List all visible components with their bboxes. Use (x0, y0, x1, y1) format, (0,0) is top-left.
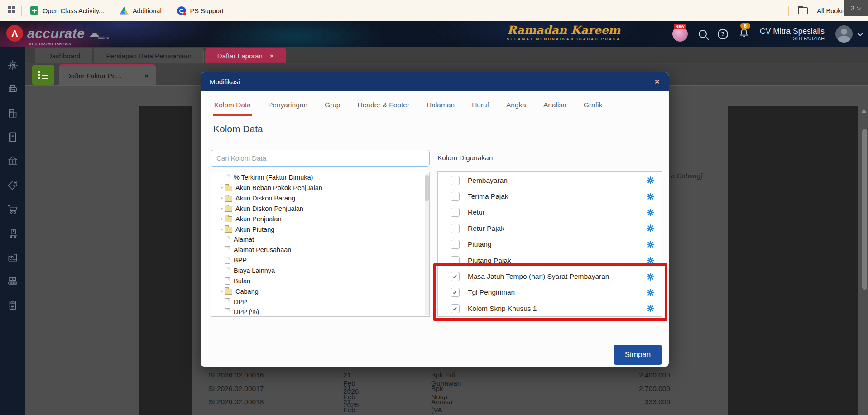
modal-tab-bar: Kolom DataPenyaringanGrupHeader & Footer… (209, 97, 661, 115)
user-avatar[interactable] (835, 25, 853, 43)
modal-tab-grafik[interactable]: Grafik (583, 97, 603, 115)
checkbox[interactable] (451, 176, 460, 185)
modal-tab-kolom-data[interactable]: Kolom Data (213, 97, 252, 116)
notifications-button[interactable]: 6 (739, 28, 749, 40)
gear-icon[interactable] (646, 192, 655, 201)
tree-item[interactable]: Alamat (211, 234, 429, 245)
search-input[interactable] (211, 150, 430, 167)
tree-item[interactable]: % Terkirim (Faktur Dimuka) (211, 172, 429, 183)
column-label: Pembayaran (468, 176, 508, 185)
used-column-row: ✓Tgl Pengiriman (438, 285, 662, 301)
bookmark-ps-support[interactable]: PS Support (177, 6, 224, 15)
modal-tab-huruf[interactable]: Huruf (471, 97, 490, 115)
save-button[interactable]: Simpan (614, 345, 662, 365)
checkbox[interactable] (451, 256, 460, 265)
scroll-up-arrow[interactable] (861, 109, 867, 113)
search-icon[interactable] (699, 30, 707, 38)
tab-counter-dropdown[interactable]: 3 (844, 0, 868, 16)
tree-item[interactable]: Cabang (211, 286, 429, 296)
used-column-row: Pembayaran (438, 172, 662, 188)
bell-icon (739, 28, 749, 38)
tree-item-label: DPP (234, 298, 247, 305)
checkbox[interactable]: ✓ (451, 272, 460, 281)
gear-icon[interactable] (646, 224, 655, 233)
sidebar-item-bank[interactable] (7, 155, 19, 167)
gear-icon[interactable] (646, 240, 655, 249)
sidebar-item-settings[interactable] (7, 59, 19, 71)
expand-icon[interactable] (221, 186, 223, 190)
help-icon[interactable]: ? (718, 29, 728, 39)
sidebar-item-factory[interactable] (7, 251, 19, 263)
tree-connector (216, 229, 219, 229)
promo-avatar[interactable]: NEW (672, 26, 688, 42)
apps-grid-icon[interactable] (8, 6, 11, 9)
tree-item[interactable]: DPP (%) (211, 307, 429, 317)
checkbox[interactable]: ✓ (451, 304, 460, 313)
tab-daftar-laporan[interactable]: Daftar Laporan × (205, 48, 286, 63)
tree-item[interactable]: Bulan (211, 276, 429, 286)
book-icon (7, 137, 19, 144)
sidebar-item-book[interactable] (7, 131, 19, 143)
checkbox[interactable] (451, 208, 460, 217)
sidebar-item-price-tag[interactable]: Rp (7, 179, 19, 191)
tree-item[interactable]: Alamat Perusahaan (211, 245, 429, 255)
accurate-logo[interactable]: Λ accurate ☁ online (6, 25, 109, 42)
search-column-field[interactable] (211, 150, 430, 167)
sidebar-item-conveyor[interactable] (7, 275, 19, 287)
expand-icon[interactable] (221, 217, 223, 221)
chevron-down-icon[interactable] (857, 30, 863, 36)
section-title: Kolom Data (213, 124, 263, 134)
gear-icon[interactable] (646, 256, 655, 265)
expand-icon[interactable] (221, 228, 223, 231)
report-list-button[interactable] (32, 65, 54, 85)
modal-tab-angka[interactable]: Angka (505, 97, 527, 115)
sidebar-item-tax-document[interactable]: TAX (7, 299, 19, 311)
modal-tab-penyaringan[interactable]: Penyaringan (267, 97, 308, 115)
modal-tab-header-footer[interactable]: Header & Footer (357, 97, 411, 115)
modal-tab-grup[interactable]: Grup (324, 97, 341, 115)
tree-item-label: Akun Beban Pokok Penjualan (235, 184, 322, 191)
gear-icon[interactable] (646, 208, 655, 217)
checkbox[interactable] (451, 224, 460, 233)
tree-item-label: Cabang (235, 288, 259, 295)
close-icon[interactable]: × (270, 52, 274, 60)
tree-item[interactable]: DPP (211, 296, 429, 307)
sidebar-item-cart[interactable] (7, 203, 19, 215)
bookmark-open-class-activity[interactable]: Open Class Activity... (30, 6, 104, 15)
gear-icon[interactable] (646, 288, 655, 297)
expand-icon[interactable] (221, 207, 223, 210)
tab-dashboard[interactable]: Dashboard (35, 48, 92, 63)
sidebar-item-company[interactable] (7, 107, 19, 119)
used-column-row: Terima Pajak (438, 188, 662, 204)
tree-item[interactable]: Akun Penjualan (211, 214, 429, 224)
sidebar-item-delivery[interactable] (7, 227, 19, 239)
tree-item-label: Alamat (234, 236, 254, 243)
file-icon (225, 298, 230, 305)
gear-icon[interactable] (646, 304, 655, 313)
expand-icon[interactable] (221, 290, 223, 293)
tree-item[interactable]: Akun Diskon Barang (211, 193, 429, 204)
gear-icon[interactable] (646, 176, 655, 185)
bookmark-additional[interactable]: Additional (120, 7, 162, 15)
close-icon[interactable]: × (144, 72, 149, 80)
close-icon[interactable]: × (654, 77, 660, 86)
tree-item[interactable]: BPP (211, 255, 429, 266)
tab-persiapan-data-perusahaan[interactable]: Persiapan Data Perusahaan (94, 48, 203, 63)
checkbox[interactable] (451, 192, 460, 201)
tree-item[interactable]: Akun Beban Pokok Penjualan (211, 183, 429, 193)
tree-item[interactable]: Akun Piutang (211, 224, 429, 234)
tree-item-label: Akun Piutang (235, 226, 274, 233)
gear-icon[interactable] (646, 272, 655, 281)
checkbox[interactable] (451, 240, 460, 249)
tree-item[interactable]: Biaya Lainnya (211, 266, 429, 276)
tree-scrollbar-thumb[interactable] (425, 175, 429, 201)
tab-daftar-faktur[interactable]: Daftar Faktur Pe... × (59, 64, 156, 85)
expand-icon[interactable] (221, 196, 223, 200)
tree-connector (216, 198, 219, 199)
scrollbar-thumb[interactable] (862, 129, 867, 290)
modal-tab-analisa[interactable]: Analisa (542, 97, 567, 115)
checkbox[interactable]: ✓ (451, 288, 460, 297)
sidebar-item-printer[interactable] (7, 83, 19, 95)
tree-item[interactable]: Akun Diskon Penjualan (211, 204, 429, 214)
modal-tab-halaman[interactable]: Halaman (426, 97, 456, 115)
